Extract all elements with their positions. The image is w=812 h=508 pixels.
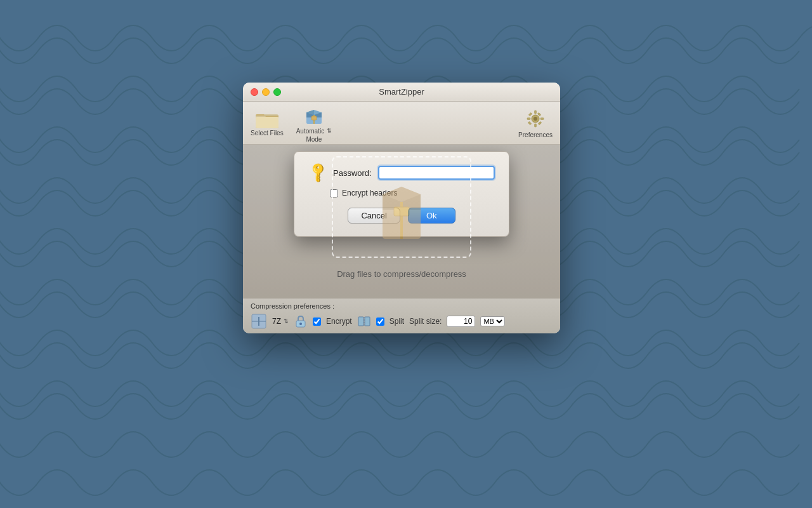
encrypt-label: Encrypt: [326, 317, 352, 326]
drop-zone[interactable]: Drag files to compress/decompress: [332, 156, 471, 279]
maximize-button[interactable]: [273, 88, 281, 96]
svg-rect-17: [538, 121, 542, 125]
svg-rect-23: [394, 207, 409, 216]
split-label: Split: [390, 317, 404, 326]
drop-zone-text: Drag files to compress/decompress: [337, 269, 466, 279]
split-size-input[interactable]: [447, 316, 475, 327]
format-dropdown[interactable]: 7Z ⇅: [272, 317, 289, 326]
svg-rect-9: [311, 116, 317, 120]
bottom-bar: Compression preferences : 7Z ⇅ Encrypt: [243, 298, 560, 333]
format-icon: [251, 313, 267, 330]
svg-rect-29: [358, 317, 363, 326]
svg-rect-14: [527, 118, 530, 120]
split-checkbox[interactable]: [376, 318, 384, 326]
svg-rect-15: [540, 118, 544, 120]
mode-value: Automatic: [296, 128, 324, 135]
svg-point-11: [534, 117, 537, 121]
preferences-label: Preferences: [518, 131, 553, 138]
toolbar-left: Select Files Automatic: [251, 104, 332, 143]
minimize-button[interactable]: [262, 88, 270, 96]
drop-dashed-border: [332, 156, 471, 258]
svg-rect-13: [535, 124, 537, 127]
svg-rect-12: [535, 110, 537, 114]
title-bar: SmartZipper: [243, 83, 560, 102]
mode-row[interactable]: Automatic ⇅: [296, 128, 332, 135]
svg-rect-16: [528, 112, 532, 116]
select-files-button[interactable]: Select Files: [251, 109, 284, 137]
format-value: 7Z: [272, 317, 281, 326]
svg-rect-30: [365, 317, 370, 326]
mode-selector[interactable]: Automatic ⇅ Mode: [296, 104, 332, 143]
app-window: SmartZipper: [243, 83, 560, 333]
drop-zone-icon: [370, 169, 433, 245]
window-controls: [251, 88, 281, 96]
close-button[interactable]: [251, 88, 258, 96]
svg-point-28: [299, 323, 302, 325]
unit-select[interactable]: MB KB GB: [480, 316, 505, 326]
select-files-label: Select Files: [251, 130, 284, 137]
split-size-label: Split size:: [409, 317, 442, 326]
compression-label: Compression preferences :: [251, 302, 553, 310]
app-icon: [303, 104, 325, 126]
split-icon: [357, 314, 371, 328]
window-title: SmartZipper: [379, 87, 424, 97]
format-stepper-arrows: ⇅: [284, 318, 289, 324]
key-icon: 🔑: [306, 161, 330, 184]
toolbar: Select Files Automatic: [243, 102, 560, 145]
svg-rect-19: [528, 121, 532, 125]
preferences-icon: [524, 107, 547, 130]
mode-stepper-icon: ⇅: [327, 128, 332, 134]
preferences-button[interactable]: Preferences: [518, 107, 553, 138]
svg-rect-5: [256, 117, 278, 128]
compression-controls: 7Z ⇅ Encrypt Split Split size: M: [251, 313, 553, 330]
encrypt-checkbox[interactable]: [313, 318, 321, 326]
mode-label: Mode: [306, 136, 322, 143]
encrypt-icon: [294, 314, 308, 328]
folder-icon: [256, 109, 278, 128]
main-content: 🔑 Password: Encrypt headers Cancel Ok: [243, 145, 560, 298]
